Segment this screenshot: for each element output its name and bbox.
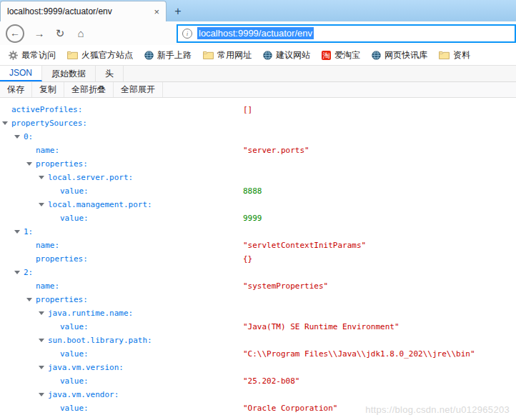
json-key: name: bbox=[36, 241, 59, 250]
bookmark-label: 常用网址 bbox=[217, 49, 252, 61]
bookmark-item[interactable]: 网页快讯库 bbox=[372, 49, 427, 61]
bookmark-item[interactable]: 最常访问 bbox=[9, 49, 56, 61]
json-tree-row[interactable]: propertySources: bbox=[0, 116, 516, 130]
json-tree-row[interactable]: activeProfiles:[] bbox=[0, 103, 516, 116]
json-tree-row[interactable]: properties: bbox=[0, 157, 516, 171]
collapse-arrow-icon[interactable] bbox=[14, 135, 20, 139]
browser-tab-bar: localhost:9999/actuator/env × + bbox=[0, 0, 516, 21]
bookmark-label: 网页快讯库 bbox=[384, 49, 427, 61]
copy-button[interactable]: 复制 bbox=[32, 82, 64, 97]
json-key: 0: bbox=[24, 132, 33, 141]
json-key: properties: bbox=[36, 254, 88, 264]
json-key: value: bbox=[60, 376, 89, 386]
json-key: activeProfiles: bbox=[11, 105, 82, 114]
json-value: 8888 bbox=[243, 184, 262, 198]
bookmark-item[interactable]: 常用网址 bbox=[203, 49, 252, 61]
save-button[interactable]: 保存 bbox=[0, 82, 32, 97]
bookmark-item[interactable]: 新手上路 bbox=[144, 49, 192, 61]
json-key: name: bbox=[36, 281, 59, 291]
json-tree-row[interactable]: 0: bbox=[0, 130, 516, 144]
json-tree-row[interactable]: value:"25.202-b08" bbox=[0, 374, 516, 388]
tab-raw-data[interactable]: 原始数据 bbox=[42, 66, 96, 81]
collapse-arrow-icon[interactable] bbox=[39, 203, 44, 206]
json-key: value: bbox=[60, 214, 89, 223]
json-key: propertySources: bbox=[11, 119, 87, 128]
back-button[interactable]: ← bbox=[6, 24, 24, 43]
json-tree-row[interactable]: value:"Java(TM) SE Runtime Environment" bbox=[0, 320, 516, 334]
collapse-arrow-icon[interactable] bbox=[39, 366, 44, 369]
json-tree-row[interactable]: value:9999 bbox=[0, 211, 516, 225]
collapse-arrow-icon[interactable] bbox=[39, 339, 44, 342]
tab-headers[interactable]: 头 bbox=[96, 66, 124, 81]
folder-icon bbox=[67, 51, 78, 59]
home-button[interactable]: ⌂ bbox=[72, 27, 89, 39]
url-bar[interactable]: i localhost:9999/actuator/env bbox=[177, 24, 516, 43]
json-tree-row[interactable]: value:"C:\\Program Files\\Java\\jdk1.8.0… bbox=[0, 347, 516, 361]
json-value: "25.202-b08" bbox=[243, 374, 299, 388]
json-key: java.vm.vendor: bbox=[48, 390, 119, 399]
collapse-all-button[interactable]: 全部折叠 bbox=[64, 82, 114, 97]
tab-json[interactable]: JSON bbox=[0, 66, 42, 81]
json-key: 2: bbox=[24, 268, 33, 277]
json-tree: activeProfiles:[]propertySources:0:name:… bbox=[0, 98, 516, 415]
bookmark-label: 火狐官方站点 bbox=[81, 49, 133, 61]
json-viewer-tabs: JSON原始数据头 bbox=[0, 66, 516, 82]
json-key: value: bbox=[60, 322, 89, 331]
json-key: value: bbox=[60, 186, 89, 196]
json-key: java.runtime.name: bbox=[48, 309, 133, 318]
json-tree-row[interactable]: 2: bbox=[0, 266, 516, 279]
json-tree-row[interactable]: sun.boot.library.path: bbox=[0, 334, 516, 347]
gear-icon bbox=[9, 51, 18, 60]
taobao-icon: 淘 bbox=[322, 51, 331, 60]
json-tree-row[interactable]: local.server.port: bbox=[0, 171, 516, 184]
collapse-arrow-icon[interactable] bbox=[39, 393, 44, 396]
json-key: properties: bbox=[36, 295, 88, 304]
collapse-arrow-icon[interactable] bbox=[14, 271, 20, 274]
json-tree-row[interactable]: java.vm.version: bbox=[0, 361, 516, 374]
json-tree-row[interactable]: properties:{} bbox=[0, 252, 516, 266]
tab-title: localhost:9999/actuator/env bbox=[7, 6, 149, 16]
collapse-arrow-icon[interactable] bbox=[26, 162, 32, 166]
json-value: "systemProperties" bbox=[243, 279, 328, 293]
json-viewer-toolbar: 保存复制全部折叠全部展开 bbox=[0, 82, 516, 98]
forward-button[interactable]: → bbox=[31, 27, 48, 39]
collapse-arrow-icon[interactable] bbox=[39, 311, 44, 315]
bookmark-item[interactable]: 资料 bbox=[439, 49, 470, 61]
json-key: value: bbox=[60, 404, 89, 413]
json-tree-row[interactable]: properties: bbox=[0, 293, 516, 306]
collapse-arrow-icon[interactable] bbox=[14, 230, 20, 234]
json-value: "server.ports" bbox=[243, 144, 309, 157]
bookmark-label: 资料 bbox=[453, 49, 470, 61]
json-value: "C:\\Program Files\\Java\\jdk1.8.0_202\\… bbox=[243, 347, 475, 361]
json-key: local.server.port: bbox=[48, 173, 133, 182]
bookmark-item[interactable]: 淘爱淘宝 bbox=[322, 49, 360, 61]
new-tab-button[interactable]: + bbox=[167, 1, 189, 21]
expand-all-button[interactable]: 全部展开 bbox=[114, 82, 163, 97]
browser-tab[interactable]: localhost:9999/actuator/env × bbox=[0, 1, 167, 21]
json-value: {} bbox=[243, 252, 252, 266]
json-tree-row[interactable]: java.runtime.name: bbox=[0, 306, 516, 320]
bookmark-item[interactable]: 建议网站 bbox=[263, 49, 310, 61]
collapse-arrow-icon[interactable] bbox=[39, 176, 44, 179]
close-tab-icon[interactable]: × bbox=[154, 6, 159, 17]
collapse-arrow-icon[interactable] bbox=[26, 298, 32, 301]
collapse-arrow-icon[interactable] bbox=[2, 121, 8, 125]
json-tree-row[interactable]: local.management.port: bbox=[0, 198, 516, 211]
info-icon[interactable]: i bbox=[182, 29, 192, 39]
json-value: "Java(TM) SE Runtime Environment" bbox=[243, 320, 400, 334]
bookmark-item[interactable]: 火狐官方站点 bbox=[67, 49, 133, 61]
refresh-button[interactable]: ↻ bbox=[51, 27, 69, 40]
json-tree-row[interactable]: name:"server.ports" bbox=[0, 144, 516, 157]
json-tree-row[interactable]: name:"servletContextInitParams" bbox=[0, 239, 516, 252]
json-tree-row[interactable]: value:8888 bbox=[0, 184, 516, 198]
folder-icon bbox=[203, 51, 214, 59]
json-key: value: bbox=[60, 349, 89, 359]
json-tree-row[interactable]: java.vm.vendor: bbox=[0, 388, 516, 401]
json-tree-row[interactable]: name:"systemProperties" bbox=[0, 279, 516, 293]
json-value: 9999 bbox=[243, 211, 262, 225]
json-key: properties: bbox=[36, 159, 88, 169]
json-key: java.vm.version: bbox=[48, 363, 124, 372]
json-tree-row[interactable]: 1: bbox=[0, 225, 516, 239]
json-value: "servletContextInitParams" bbox=[243, 239, 366, 252]
url-input[interactable]: localhost:9999/actuator/env bbox=[197, 27, 314, 39]
